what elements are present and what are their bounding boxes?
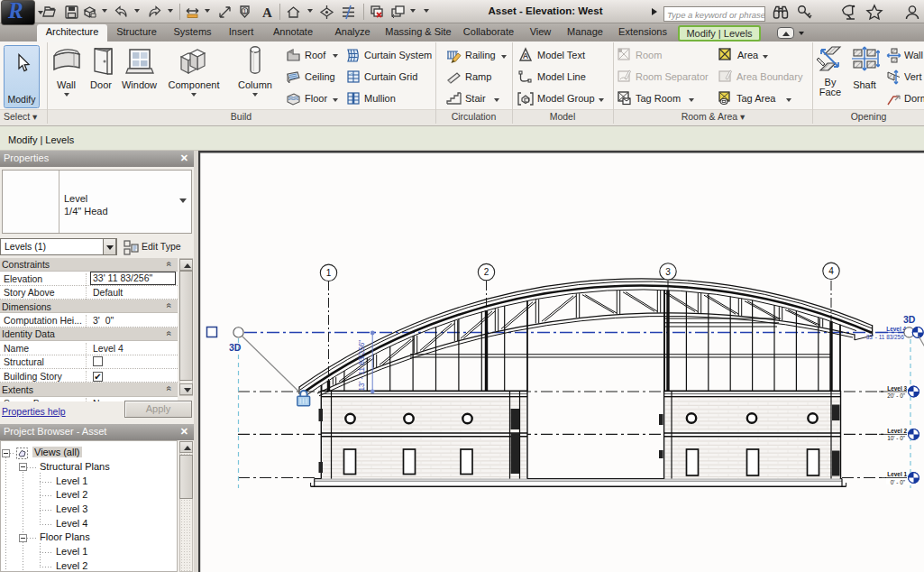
svg-text:20' - 0": 20' - 0" [887,392,905,399]
svg-text:Level 2: Level 2 [887,428,907,434]
svg-text:3D: 3D [229,342,242,353]
svg-text:3D: 3D [903,314,916,325]
svg-text:Level 4: Level 4 [886,326,906,332]
svg-text:3: 3 [665,267,671,277]
svg-text:Level 3: Level 3 [887,385,907,392]
svg-text:4: 4 [828,266,834,276]
svg-text:33' - 11 83/256": 33' - 11 83/256" [866,334,906,340]
svg-text:1: 1 [326,268,332,278]
svg-text:Level 1: Level 1 [887,471,907,477]
svg-text:A: A [523,51,529,60]
svg-text:0' - 0": 0' - 0" [891,479,905,485]
svg-text:10' - 0": 10' - 0" [887,435,905,441]
svg-text:2: 2 [484,267,489,277]
svg-text:13' - 11 83/256": 13' - 11 83/256" [358,340,366,392]
